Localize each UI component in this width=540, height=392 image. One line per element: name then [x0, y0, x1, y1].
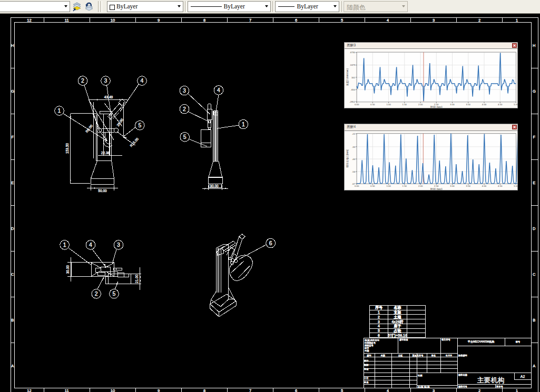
svg-text:6: 6	[269, 240, 272, 246]
svg-text:1: 1	[516, 388, 518, 392]
svg-text:11: 11	[65, 388, 69, 392]
svg-text:H: H	[11, 43, 14, 48]
svg-text:4.50: 4.50	[498, 185, 503, 187]
svg-text:A: A	[11, 364, 14, 368]
svg-text:4.00: 4.00	[482, 103, 486, 105]
svg-text:-56: -56	[351, 170, 355, 173]
svg-text:A2: A2	[521, 375, 525, 378]
svg-text:5T门+58.10: 5T门+58.10	[388, 333, 407, 338]
svg-text:-650: -650	[350, 88, 355, 91]
svg-text:年月日: 年月日	[446, 354, 453, 357]
svg-text:3: 3	[117, 242, 120, 248]
svg-text:21.00: 21.00	[135, 274, 139, 283]
svg-text:5: 5	[138, 122, 141, 128]
svg-text:名称: 名称	[394, 306, 401, 310]
svg-text:版本号: 版本号	[496, 385, 503, 388]
svg-text:分区: 分区	[398, 354, 403, 357]
svg-text:4.50: 4.50	[498, 103, 503, 105]
svg-text:1.00: 1.00	[386, 103, 391, 105]
svg-text:速度2 (mm/sec): 速度2 (mm/sec)	[345, 68, 349, 86]
svg-text:E: E	[11, 180, 14, 185]
svg-text:D: D	[11, 226, 14, 231]
svg-text:日期: 日期	[365, 349, 369, 352]
svg-text:0.50: 0.50	[370, 103, 375, 105]
svg-text:12: 12	[27, 18, 31, 23]
svg-text:比例: 比例	[418, 374, 422, 377]
svg-text:座子: 座子	[394, 324, 401, 328]
svg-text:9: 9	[158, 388, 160, 392]
svg-text:B: B	[11, 318, 14, 323]
svg-text:9: 9	[158, 18, 160, 23]
svg-text:11: 11	[65, 18, 69, 23]
svg-text:3.50: 3.50	[466, 103, 470, 105]
svg-text:6: 6	[378, 334, 380, 337]
svg-text:线性位移1 [mm]: 线性位移1 [mm]	[346, 149, 349, 168]
svg-text:1: 1	[58, 107, 61, 114]
svg-text:5.00: 5.00	[514, 185, 517, 187]
svg-text:4730: 4730	[350, 51, 355, 54]
svg-text:4: 4	[89, 242, 92, 248]
svg-text:10: 10	[111, 388, 115, 392]
svg-text:50.00: 50.00	[98, 189, 107, 193]
svg-text:3: 3	[104, 77, 107, 84]
svg-text:-33: -33	[351, 146, 355, 148]
svg-text:4x26杆: 4x26杆	[391, 320, 404, 324]
svg-text:3: 3	[378, 320, 380, 324]
svg-text:2.00: 2.00	[418, 103, 423, 105]
svg-text:审核: 审核	[364, 368, 369, 370]
svg-text:5: 5	[113, 290, 116, 297]
svg-text:1.00: 1.00	[386, 185, 391, 187]
svg-text:43.49: 43.49	[104, 95, 113, 99]
svg-text:标记备查: 标记备查	[399, 338, 408, 341]
svg-text:图样名称: 图样名称	[458, 374, 468, 376]
svg-text:1: 1	[63, 242, 66, 248]
svg-text:处数: 处数	[381, 354, 386, 357]
svg-text:时间 (sec): 时间 (sec)	[430, 187, 443, 190]
svg-text:F: F	[533, 135, 536, 139]
svg-text:-44: -44	[351, 158, 355, 160]
svg-text:161: 161	[351, 76, 355, 78]
svg-text:2479: 2479	[350, 64, 355, 66]
svg-text:5: 5	[341, 388, 343, 392]
svg-text:3: 3	[183, 87, 186, 94]
svg-text:153.50: 153.50	[65, 143, 69, 154]
svg-text:G: G	[11, 89, 14, 94]
svg-text:E: E	[533, 180, 535, 185]
svg-text:更改文件号: 更改文件号	[413, 354, 424, 357]
svg-text:平台MECHANISM机构: 平台MECHANISM机构	[468, 340, 495, 344]
svg-text:批准: 批准	[364, 381, 369, 384]
svg-text:3: 3	[433, 18, 435, 23]
svg-text:借文件号: 借文件号	[441, 338, 451, 341]
svg-text:D: D	[533, 226, 536, 231]
svg-text:4.00: 4.00	[482, 185, 486, 187]
svg-text:3.50: 3.50	[466, 185, 470, 187]
svg-text:序号: 序号	[375, 305, 382, 310]
svg-text:主要机构: 主要机构	[477, 376, 505, 384]
svg-text:签名: 签名	[431, 354, 436, 357]
svg-text:F: F	[12, 135, 14, 139]
svg-text:支架: 支架	[394, 310, 401, 315]
svg-text:A: A	[533, 364, 535, 368]
svg-text:设计: 设计	[364, 359, 369, 362]
svg-text:共2张 第1张: 共2张 第1张	[418, 386, 430, 388]
svg-text:工艺: 工艺	[364, 377, 369, 379]
svg-text:4: 4	[217, 87, 220, 93]
svg-text:3: 3	[433, 388, 435, 392]
svg-text:7: 7	[249, 388, 251, 392]
svg-text:G: G	[533, 89, 536, 94]
svg-text:时间 (sec): 时间 (sec)	[430, 105, 443, 108]
svg-text:4: 4	[141, 77, 144, 84]
svg-text:30.00: 30.00	[66, 265, 70, 274]
svg-text:6: 6	[295, 388, 297, 392]
svg-text:10: 10	[111, 18, 115, 23]
svg-text:2: 2	[183, 106, 186, 112]
svg-text:5: 5	[341, 18, 343, 23]
svg-text:1: 1	[242, 121, 245, 127]
svg-text:-22: -22	[351, 133, 355, 135]
svg-text:1: 1	[378, 310, 380, 314]
svg-text:4: 4	[387, 388, 389, 392]
svg-text:H: H	[533, 43, 535, 48]
svg-text:6: 6	[295, 18, 297, 23]
svg-text:-67: -67	[351, 183, 355, 185]
svg-text:B: B	[533, 318, 535, 323]
